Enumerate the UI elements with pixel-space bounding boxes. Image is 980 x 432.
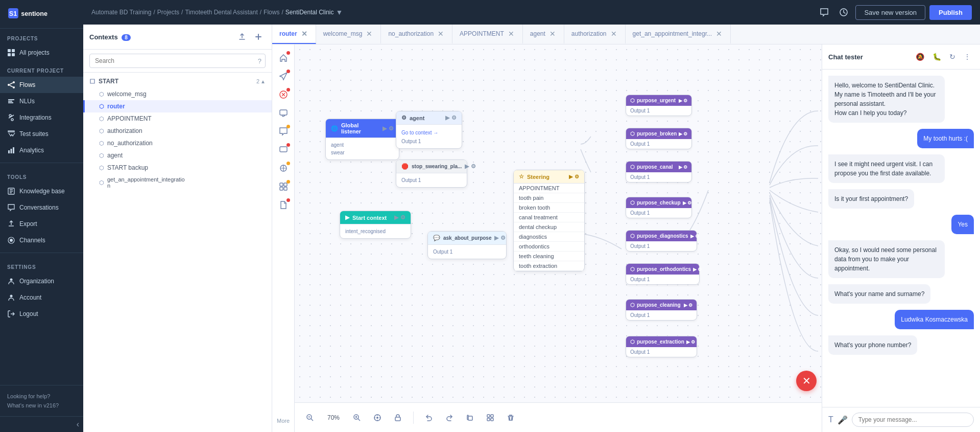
- go-to-context[interactable]: Go to context →: [401, 128, 457, 138]
- sidebar-item-account[interactable]: Account: [0, 289, 83, 306]
- play-icon[interactable]: ▶: [383, 125, 387, 132]
- settings-icon-b[interactable]: ⚙: [683, 131, 687, 137]
- global-listener-node[interactable]: 🌐 Global listener ▶ ⚙ agent swear: [325, 119, 399, 160]
- tab-close-appointment[interactable]: ✕: [507, 30, 515, 38]
- palette-comment[interactable]: [275, 123, 292, 140]
- palette-msg2[interactable]: [275, 142, 292, 158]
- upload-button[interactable]: [235, 30, 249, 44]
- whats-new-link[interactable]: What's new in v216?: [7, 401, 76, 410]
- palette-msg[interactable]: [275, 105, 292, 121]
- tab-close-auth[interactable]: ✕: [610, 30, 618, 38]
- ask-purpose-node[interactable]: 💬 ask_about_purpose ▶ ⚙ Output 1: [427, 231, 507, 259]
- play-icon-ck[interactable]: ▶: [683, 200, 686, 206]
- output-node-checkup[interactable]: ⬡ purpose_checkup ▶ ⚙ Output 1: [626, 197, 692, 218]
- context-item-agent[interactable]: ⬡ agent: [83, 149, 272, 162]
- output-node-urgent[interactable]: ⬡ purpose_urgent ▶ ⚙ Output 1: [626, 95, 692, 116]
- breadcrumb-3[interactable]: Timoteeth Dental Assistant: [185, 9, 257, 16]
- search-input[interactable]: [89, 54, 266, 68]
- history-icon-button[interactable]: [836, 5, 851, 20]
- tab-authorization[interactable]: authorization ✕: [564, 25, 626, 44]
- play-icon-u[interactable]: ▶: [679, 98, 682, 103]
- sidebar-item-conversations[interactable]: Conversations: [0, 199, 83, 216]
- add-context-button[interactable]: [251, 30, 266, 44]
- sidebar-item-export[interactable]: Export: [0, 216, 83, 232]
- more-button[interactable]: ⋮: [961, 50, 974, 64]
- select-button[interactable]: [483, 411, 497, 425]
- tab-appointment[interactable]: APPOINTMENT ✕: [452, 25, 523, 44]
- settings-icon-c[interactable]: ⚙: [683, 165, 687, 170]
- start-context-node[interactable]: ▶ Start context ▶ ⚙ intent_recognised: [340, 211, 411, 239]
- play-icon-o[interactable]: ▶: [693, 267, 697, 272]
- breadcrumb-4[interactable]: Flows: [264, 9, 279, 16]
- tab-welcome-msg[interactable]: welcome_msg ✕: [316, 25, 381, 44]
- settings-icon-6[interactable]: ⚙: [575, 174, 579, 179]
- tab-close-welcome-msg[interactable]: ✕: [365, 30, 373, 38]
- start-section-header[interactable]: START 2 ▲: [83, 75, 272, 88]
- play-icon-cl[interactable]: ▶: [684, 303, 687, 308]
- collapse-button[interactable]: ‹: [77, 420, 79, 429]
- play-icon-4[interactable]: ▶: [394, 214, 398, 221]
- context-item-router[interactable]: ⬡ router: [83, 100, 272, 112]
- play-icon-ex[interactable]: ▶: [686, 339, 690, 345]
- sidebar-item-integrations[interactable]: Integrations: [0, 109, 83, 126]
- sidebar-item-channels[interactable]: Channels: [0, 232, 83, 248]
- context-item-get-appointment[interactable]: ⬡ get_an_appointment_integration: [83, 174, 272, 191]
- close-chat-button[interactable]: ✕: [796, 371, 817, 391]
- palette-steer[interactable]: [275, 160, 292, 176]
- settings-icon-3[interactable]: ⚙: [471, 163, 476, 170]
- breadcrumb-2[interactable]: Projects: [157, 9, 179, 16]
- breadcrumb-5[interactable]: SentiDental Clinic: [285, 9, 334, 16]
- play-icon-d[interactable]: ▶: [690, 234, 694, 239]
- tab-close-no-auth[interactable]: ✕: [437, 30, 445, 38]
- output-node-diag[interactable]: ⬡ purpose_diagnostics ▶ ⚙ Output 1: [626, 230, 697, 252]
- play-icon-b[interactable]: ▶: [679, 131, 682, 137]
- save-button[interactable]: Save new version: [855, 5, 925, 20]
- bug-button[interactable]: 🐛: [929, 50, 944, 64]
- palette-x[interactable]: [275, 86, 292, 103]
- context-item-no-authorization[interactable]: ⬡ no_authorization: [83, 137, 272, 149]
- settings-icon-5[interactable]: ⚙: [500, 235, 506, 241]
- lock-button[interactable]: [391, 411, 405, 425]
- play-icon-3[interactable]: ▶: [465, 163, 469, 170]
- context-item-welcome-msg[interactable]: ⬡ welcome_msg: [83, 88, 272, 100]
- output-node-cleaning[interactable]: ⬡ purpose_cleaning ▶ ⚙ Output 1: [626, 299, 697, 321]
- stop-swearing-node[interactable]: 🛑 stop_swearing_pla... ▶ ⚙ Output 1: [396, 160, 467, 188]
- context-item-appointment[interactable]: ⬡ APPOINTMENT: [83, 112, 272, 125]
- breadcrumb-dropdown[interactable]: ▼: [336, 8, 343, 16]
- output-node-canal[interactable]: ⬡ purpose_canal ▶ ⚙ Output 1: [626, 161, 692, 183]
- settings-icon-ck[interactable]: ⚙: [687, 200, 691, 206]
- sidebar-item-knowledge-base[interactable]: Knowledge base: [0, 183, 83, 199]
- settings-icon[interactable]: ⚙: [389, 125, 394, 132]
- chat-input[interactable]: [858, 416, 967, 423]
- play-icon-5[interactable]: ▶: [494, 235, 498, 241]
- sidebar-item-all-projects[interactable]: All projects: [0, 44, 83, 61]
- agent-node[interactable]: ⚙ agent ▶ ⚙ Go to context → Output: [396, 111, 462, 149]
- settings-icon-o[interactable]: ⚙: [698, 267, 702, 272]
- palette-doc[interactable]: [275, 197, 292, 213]
- refresh-button[interactable]: ↻: [946, 50, 959, 64]
- settings-icon-2[interactable]: ⚙: [451, 115, 457, 121]
- tab-close-router[interactable]: ✕: [300, 30, 308, 38]
- sidebar-item-test-suites[interactable]: Test suites: [0, 126, 83, 142]
- settings-icon-ex[interactable]: ⚙: [691, 339, 695, 345]
- sidebar-item-flows[interactable]: Flows: [0, 77, 83, 93]
- zoom-in-button[interactable]: [350, 411, 364, 425]
- chat-icon-button[interactable]: [817, 5, 832, 20]
- tab-no-authorization[interactable]: no_authorization ✕: [381, 25, 452, 44]
- output-node-broken[interactable]: ⬡ purpose_broken ▶ ⚙ Output 1: [626, 128, 692, 149]
- copy-button[interactable]: [463, 411, 477, 425]
- help-link[interactable]: Looking for help?: [7, 392, 76, 401]
- play-icon-2[interactable]: ▶: [445, 115, 449, 121]
- settings-icon-4[interactable]: ⚙: [400, 214, 405, 221]
- more-palette-button[interactable]: More: [277, 415, 290, 427]
- palette-send[interactable]: [275, 68, 292, 84]
- tab-get-appointment[interactable]: get_an_appointment_integr... ✕: [626, 25, 731, 44]
- breadcrumb-1[interactable]: Automate BD Training: [91, 9, 151, 16]
- context-item-start-backup[interactable]: ⬡ START backup: [83, 162, 272, 174]
- settings-icon-d[interactable]: ⚙: [695, 234, 699, 239]
- mute-button[interactable]: 🔕: [913, 50, 927, 64]
- zoom-out-button[interactable]: [303, 411, 317, 425]
- sidebar-item-analytics[interactable]: Analytics: [0, 142, 83, 158]
- mic-icon[interactable]: 🎤: [838, 415, 848, 425]
- format-icon[interactable]: T: [828, 415, 833, 424]
